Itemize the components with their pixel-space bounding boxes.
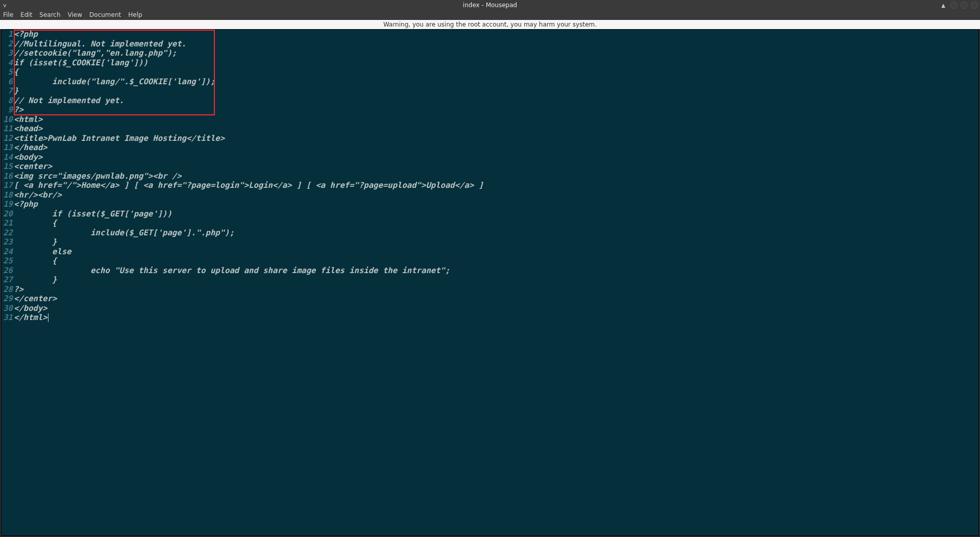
code-text[interactable]: //setcookie("lang","en.lang.php");	[14, 48, 978, 58]
code-text[interactable]: if (isset($_COOKIE['lang']))	[14, 58, 978, 68]
code-text[interactable]: ?>	[14, 105, 978, 115]
code-text[interactable]: else	[14, 247, 978, 257]
line-number: 24	[2, 247, 14, 257]
code-text[interactable]: <title>PwnLab Intranet Image Hosting</ti…	[14, 134, 978, 143]
code-text[interactable]: }	[14, 86, 978, 96]
code-text[interactable]: <head>	[14, 124, 978, 134]
code-line[interactable]: 24 else	[2, 247, 978, 257]
code-line[interactable]: 6 include("lang/".$_COOKIE['lang']);	[2, 77, 978, 87]
code-line[interactable]: 5{	[2, 67, 978, 77]
code-text[interactable]: <body>	[14, 153, 978, 162]
line-number: 19	[2, 200, 14, 209]
code-line[interactable]: 30</body>	[2, 304, 978, 313]
line-number: 6	[2, 77, 14, 87]
code-text[interactable]: {	[14, 218, 978, 228]
code-text[interactable]: include($_GET['page'].".php");	[14, 228, 978, 238]
code-line[interactable]: 15<center>	[2, 162, 978, 172]
code-text[interactable]: <center>	[14, 162, 978, 172]
code-text[interactable]: <html>	[14, 115, 978, 125]
editor-area[interactable]: 1<?php2//Multilingual. Not implemented y…	[1, 29, 979, 536]
code-line[interactable]: 19<?php	[2, 200, 978, 209]
code-line[interactable]: 22 include($_GET['page'].".php");	[2, 228, 978, 238]
code-line[interactable]: 10<html>	[2, 115, 978, 125]
code-line[interactable]: 20 if (isset($_GET['page']))	[2, 209, 978, 219]
maximize-button[interactable]	[961, 2, 968, 9]
code-text[interactable]: include("lang/".$_COOKIE['lang']);	[14, 77, 978, 87]
window-title: index - Mousepad	[463, 2, 517, 9]
code-line[interactable]: 17[ <a href="/">Home</a> ] [ <a href="?p…	[2, 181, 978, 190]
titlebar: v index - Mousepad ▲	[0, 0, 980, 10]
window-menu-icon[interactable]: v	[0, 2, 10, 9]
menu-document[interactable]: Document	[89, 11, 121, 18]
code-line[interactable]: 18<hr/><br/>	[2, 190, 978, 200]
line-number: 7	[2, 86, 14, 96]
line-number: 14	[2, 153, 14, 162]
code-text[interactable]: echo "Use this server to upload and shar…	[14, 266, 978, 276]
code-line[interactable]: 2//Multilingual. Not implemented yet.	[2, 39, 978, 49]
line-number: 8	[2, 96, 14, 106]
code-line[interactable]: 1<?php	[2, 30, 978, 39]
code-line[interactable]: 25 {	[2, 256, 978, 266]
code-text[interactable]: {	[14, 256, 978, 266]
code-line[interactable]: 11<head>	[2, 124, 978, 134]
menu-search[interactable]: Search	[39, 11, 60, 18]
line-number: 13	[2, 143, 14, 153]
code-line[interactable]: 23 }	[2, 237, 978, 247]
code-line[interactable]: 14<body>	[2, 153, 978, 162]
code-line[interactable]: 26 echo "Use this server to upload and s…	[2, 266, 978, 276]
code-text[interactable]: [ <a href="/">Home</a> ] [ <a href="?pag…	[14, 181, 978, 190]
code-line[interactable]: 29</center>	[2, 294, 978, 304]
code-text[interactable]: {	[14, 67, 978, 77]
code-text[interactable]: if (isset($_GET['page']))	[14, 209, 978, 219]
line-number: 16	[2, 172, 14, 181]
line-number: 27	[2, 275, 14, 285]
line-number: 25	[2, 256, 14, 266]
code-line[interactable]: 12<title>PwnLab Intranet Image Hosting</…	[2, 134, 978, 143]
code-line[interactable]: 3//setcookie("lang","en.lang.php");	[2, 48, 978, 58]
line-number: 5	[2, 67, 14, 77]
menu-edit[interactable]: Edit	[20, 11, 32, 18]
code-line[interactable]: 16<img src="images/pwnlab.png"><br />	[2, 172, 978, 181]
code-text[interactable]: ?>	[14, 285, 978, 295]
code-text[interactable]: </body>	[14, 304, 978, 313]
code-line[interactable]: 21 {	[2, 218, 978, 228]
menu-file[interactable]: File	[3, 11, 13, 18]
code-text[interactable]: <hr/><br/>	[14, 190, 978, 200]
menu-view[interactable]: View	[68, 11, 82, 18]
code-line[interactable]: 27 }	[2, 275, 978, 285]
code-text[interactable]: </head>	[14, 143, 978, 153]
code-line[interactable]: 7}	[2, 86, 978, 96]
minimize-button[interactable]	[950, 2, 958, 9]
line-number: 9	[2, 105, 14, 115]
code-text[interactable]: //Multilingual. Not implemented yet.	[14, 39, 978, 49]
code-text[interactable]: <?php	[14, 30, 978, 39]
line-number: 23	[2, 237, 14, 247]
menubar: File Edit Search View Document Help	[0, 10, 980, 20]
code-text[interactable]: }	[14, 237, 978, 247]
code-line[interactable]: 4if (isset($_COOKIE['lang']))	[2, 58, 978, 68]
code-text[interactable]: }	[14, 275, 978, 285]
code-text[interactable]: <img src="images/pwnlab.png"><br />	[14, 172, 978, 181]
line-number: 18	[2, 190, 14, 200]
tray-icon[interactable]: ▲	[941, 3, 947, 8]
code-line[interactable]: 9?>	[2, 105, 978, 115]
line-number: 10	[2, 115, 14, 125]
code-line[interactable]: 13</head>	[2, 143, 978, 153]
code-line[interactable]: 8// Not implemented yet.	[2, 96, 978, 106]
line-number: 21	[2, 218, 14, 228]
code-line[interactable]: 28?>	[2, 285, 978, 295]
menu-help[interactable]: Help	[128, 11, 142, 18]
text-cursor	[48, 313, 48, 322]
warning-bar: Warning, you are using the root account,…	[0, 20, 980, 29]
close-button[interactable]	[971, 2, 978, 9]
code-text[interactable]: </center>	[14, 294, 978, 304]
warning-text: Warning, you are using the root account,…	[383, 21, 597, 28]
code-text[interactable]: </html>	[14, 313, 978, 323]
line-number: 15	[2, 162, 14, 172]
code-text[interactable]: // Not implemented yet.	[14, 96, 978, 106]
line-number: 2	[2, 39, 14, 49]
line-number: 1	[2, 30, 14, 39]
line-number: 31	[2, 313, 14, 323]
code-line[interactable]: 31</html>	[2, 313, 978, 323]
code-text[interactable]: <?php	[14, 200, 978, 209]
